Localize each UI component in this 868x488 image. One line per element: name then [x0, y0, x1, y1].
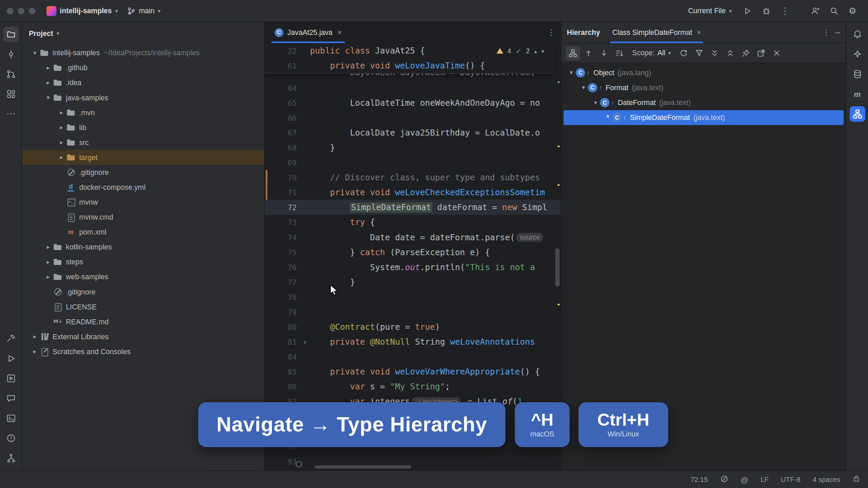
code-line-66[interactable]: 66 [264, 110, 560, 125]
code-line-65[interactable]: 65 LocalDateTime oneWeekAndOneDayAgo = n… [264, 95, 560, 110]
tree-item--github[interactable]: ▸.github [22, 60, 264, 75]
code-line-87[interactable]: 87 var integers: List<Integer> = List.of… [264, 394, 560, 409]
hierarchy-row-dateformat[interactable]: ▾↑DateFormat(java.text) [564, 95, 844, 110]
settings-button[interactable]: ⚙ [845, 3, 860, 19]
database-button[interactable] [849, 66, 865, 82]
scrollbar-thumb[interactable] [555, 248, 560, 286]
structure-tool-button[interactable] [3, 86, 19, 102]
code-line-67[interactable]: 67 LocalDate java25Birthday = LocalDate.… [264, 125, 560, 140]
hierarchy-tool-button-active[interactable] [849, 106, 865, 122]
code-with-me-button[interactable] [807, 3, 823, 19]
code-line-85[interactable]: 85 private void weLoveVarWhereAppropriat… [264, 364, 560, 379]
next-inspection-icon[interactable]: ▾ [541, 48, 544, 54]
code-line-80[interactable]: 80 @Contract(pure = true) [264, 319, 560, 334]
tree-item-license[interactable]: LICENSE [22, 299, 264, 314]
editor-options-icon[interactable]: ⋮ [547, 27, 555, 37]
chevron-right-icon[interactable]: ▸ [43, 273, 53, 281]
code-line-93[interactable]: 93 [264, 454, 560, 469]
services-tool-button[interactable] [3, 371, 19, 386]
commit-tool-button[interactable] [3, 46, 19, 62]
more-actions-button[interactable]: ⋮ [777, 3, 793, 19]
code-line-73[interactable]: 73 try { [264, 215, 560, 229]
filter-button[interactable] [692, 46, 706, 60]
file-encoding[interactable]: UTF-8 [781, 475, 801, 483]
code-line-78[interactable]: 78 [264, 289, 560, 304]
chevron-right-icon[interactable]: ▸ [57, 124, 66, 131]
tree-item-external-libraries[interactable]: ▸External Libraries [22, 329, 264, 344]
hierarchy-options-icon[interactable]: ⋮ [823, 28, 830, 36]
chevron-down-icon[interactable]: ▾ [591, 99, 600, 106]
version-control-tool-button[interactable] [3, 450, 19, 466]
maximize-window-button[interactable] [29, 7, 36, 14]
chevron-down-icon[interactable]: ▾ [579, 84, 588, 91]
tree-item-docker-compose-yml[interactable]: docker-compose.yml [22, 180, 264, 195]
chevron-down-icon[interactable]: ▾ [43, 94, 53, 101]
editor-scrollbar[interactable] [555, 43, 560, 470]
tree-item-lib[interactable]: ▸lib [22, 120, 264, 135]
code-line-74[interactable]: 74 Date date = dateFormat.parse(source [264, 230, 560, 245]
code-line-79[interactable]: 79 [264, 304, 560, 319]
pull-requests-tool-button[interactable] [3, 66, 19, 82]
project-widget[interactable]: intellij-samples ▾ [42, 4, 122, 18]
chevron-right-icon[interactable]: ▸ [57, 139, 66, 146]
hierarchy-tab[interactable]: Class SimpleDateFormat × [610, 22, 703, 43]
tree-item-target[interactable]: ▸target [22, 150, 264, 165]
lock-icon[interactable] [852, 475, 860, 484]
chevron-right-icon[interactable]: ▸ [43, 243, 53, 250]
tree-item-mvnw[interactable]: mvnw [22, 195, 264, 210]
scope-selector[interactable]: Scope: All ▾ [632, 49, 671, 57]
code-line-61[interactable]: 61 private void weLoveJavaTime() { [264, 58, 554, 73]
tree-item-src[interactable]: ▸src [22, 135, 264, 150]
chevron-right-icon[interactable]: ▸ [30, 348, 40, 355]
indent-style[interactable]: 4 spaces [813, 475, 841, 483]
refresh-button[interactable] [676, 46, 691, 60]
supertypes-hierarchy-button[interactable] [581, 46, 595, 60]
branch-widget[interactable]: main ▾ [122, 4, 165, 17]
code-line-76[interactable]: 76 System.out.println("This is not a [264, 260, 560, 274]
code-editor[interactable]: 22public class JavaAt25 {61 private void… [264, 43, 560, 470]
code-line-90[interactable]: 90 [264, 409, 560, 424]
problems-tool-button[interactable] [3, 430, 19, 446]
ai-assistant-button[interactable] [849, 46, 865, 62]
run-configuration-selector[interactable]: Current File ▾ [684, 4, 736, 17]
code-line[interactable]: DayOfWeek dayOfWeek = DayOfWeek.from( [264, 73, 560, 80]
sort-alphabetically-button[interactable] [612, 46, 627, 60]
close-tab-icon[interactable]: × [697, 28, 701, 36]
maven-button[interactable]: m [849, 86, 865, 102]
code-line-91[interactable]: 91 [264, 424, 560, 439]
close-window-button[interactable] [7, 7, 14, 14]
pin-button[interactable] [738, 46, 753, 60]
hierarchy-row-simpledateformat[interactable]: *↑SimpleDateFormat(java.text) [564, 110, 844, 125]
ok-stripe-mark[interactable] [557, 82, 560, 83]
code-line-86[interactable]: 86 var s = "My String"; [264, 379, 560, 394]
run-button[interactable] [739, 3, 755, 19]
close-tab-icon[interactable]: × [337, 28, 341, 36]
tree-item--gitignore[interactable]: .gitignore [22, 284, 264, 299]
build-tool-button[interactable] [3, 331, 19, 346]
code-line-70[interactable]: 70 // Discover class, super type and sub… [264, 170, 560, 185]
tree-item-java-samples[interactable]: ▾java-samples [22, 90, 264, 105]
code-line-84[interactable]: 84 [264, 349, 560, 364]
horizontal-scrollbar-thumb[interactable] [314, 465, 411, 469]
previous-inspection-icon[interactable]: ▴ [534, 48, 537, 54]
tree-item-pom-xml[interactable]: pom.xml [22, 225, 264, 240]
code-line-64[interactable]: 64 [264, 80, 560, 95]
notifications-button[interactable] [849, 26, 865, 42]
inspection-widget[interactable]: 4 ✓ 2 ▴ ▾ [493, 45, 548, 57]
code-line-81[interactable]: 81› private @NotNull String weLoveAnnota… [264, 334, 560, 349]
code-line-75[interactable]: 75 } catch (ParseException e) { [264, 245, 560, 260]
warning-stripe-mark[interactable] [557, 146, 560, 147]
chevron-right-icon[interactable]: ▸ [43, 64, 53, 71]
line-separator[interactable]: LF [761, 475, 769, 483]
code-line-72[interactable]: 72 SimpleDateFormat dateFormat = new Sim… [264, 200, 560, 215]
tree-item-kotlin-samples[interactable]: ▸kotlin-samples [22, 240, 264, 255]
chevron-right-icon[interactable]: ▸ [43, 79, 53, 86]
tree-item--idea[interactable]: ▸.idea [22, 75, 264, 90]
tree-item-scratches-and-consoles[interactable]: ▸Scratches and Consoles [22, 344, 264, 359]
hierarchy-row-format[interactable]: ▾↑Format(java.text) [564, 80, 844, 95]
chevron-right-icon[interactable]: ▸ [43, 258, 53, 265]
warning-stripe-mark[interactable] [557, 304, 560, 305]
run-tool-button[interactable] [3, 351, 19, 366]
tree-item--mvn[interactable]: ▸.mvn [22, 105, 264, 120]
code-line-69[interactable]: 69 [264, 155, 560, 170]
